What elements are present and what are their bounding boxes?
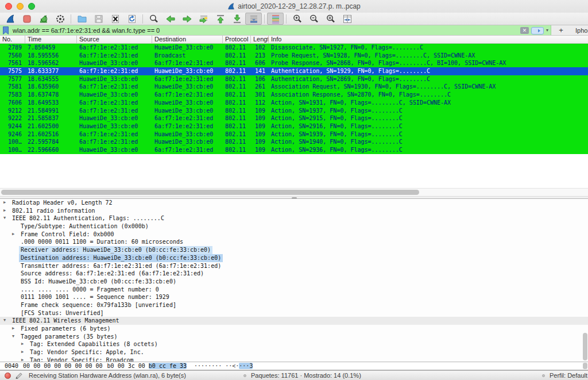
packet-cell-destination[interactable]: HuaweiDe_33:cb:e0 [152, 99, 223, 107]
bookmark-icon[interactable] [2, 26, 9, 34]
packet-cell-protocol[interactable]: 802.11 [223, 91, 251, 99]
packet-cell-length[interactable]: 261 [251, 83, 269, 91]
packet-cell-source[interactable]: HuaweiDe_33:cb:e0 [77, 146, 152, 154]
packet-cell-info[interactable]: Authentication, SN=1929, FN=0, Flags=...… [269, 67, 588, 75]
packet-row[interactable]: 756118.596562HuaweiDe_33:cb:e06a:f7:1e:e… [0, 59, 588, 67]
packet-cell-info[interactable]: Action, SN=1939, FN=0, Flags=........C [269, 130, 588, 139]
close-file-icon[interactable] [107, 13, 123, 25]
packet-cell-source[interactable]: HuaweiDe_33:cb:e0 [77, 59, 152, 67]
resize-columns-icon[interactable] [339, 13, 355, 25]
column-header-no[interactable]: No. [0, 36, 25, 43]
save-file-icon[interactable] [90, 13, 107, 25]
packet-cell-source[interactable]: HuaweiDe_33:cb:e0 [77, 122, 152, 130]
packet-cell-time[interactable]: 18.649533 [25, 99, 77, 107]
packet-cell-source[interactable]: 6a:f7:1e:e2:31:ed [77, 99, 152, 107]
profile-status[interactable]: Perfil: Default [550, 372, 587, 379]
open-file-icon[interactable] [74, 13, 90, 25]
packet-cell-source[interactable]: 6a:f7:1e:e2:31:ed [77, 52, 152, 60]
packet-row[interactable]: 760618.6495336a:f7:1e:e2:31:edHuaweiDe_3… [0, 99, 588, 107]
packet-row[interactable]: 100…22.596660HuaweiDe_33:cb:e06a:f7:1e:e… [0, 146, 588, 154]
twisty-collapsed-icon[interactable]: ▶ [21, 356, 28, 362]
twisty-collapsed-icon[interactable]: ▶ [12, 325, 19, 333]
filter-history-chevron-icon[interactable]: ▾ [546, 27, 548, 34]
zoom-in-icon[interactable] [289, 13, 305, 25]
add-filter-button[interactable]: + [551, 25, 571, 35]
packet-cell-info[interactable]: Association Response, SN=2870, FN=0, Fla… [269, 91, 588, 99]
zoom-normal-icon[interactable] [322, 13, 339, 25]
reload-file-icon[interactable] [123, 13, 140, 25]
packet-row[interactable]: 757518.6333776a:f7:1e:e2:31:edHuaweiDe_3… [0, 67, 588, 75]
packet-cell-length[interactable]: 109 [251, 107, 269, 115]
detail-line[interactable]: ▶Radiotap Header v0, Length 72 [0, 199, 588, 207]
packet-cell-info[interactable]: Disassociate, SN=1927, FN=0, Flags=.....… [269, 44, 588, 52]
twisty-collapsed-icon[interactable]: ▶ [3, 199, 10, 207]
column-header-time[interactable]: Time [25, 36, 77, 43]
next-packet-icon[interactable] [179, 13, 195, 25]
clear-filter-icon[interactable]: ✕ [520, 27, 529, 34]
packet-cell-source[interactable]: HuaweiDe_33:cb:e0 [77, 114, 152, 122]
packet-cell-destination[interactable]: HuaweiDe_33:cb:e0 [152, 67, 223, 75]
packet-row[interactable]: 922221.585837HuaweiDe_33:cb:e06a:f7:1e:e… [0, 114, 588, 122]
packet-row[interactable]: 921221.5849916a:f7:1e:e2:31:edHuaweiDe_3… [0, 107, 588, 115]
zoom-window-button[interactable] [28, 3, 35, 10]
packet-cell-protocol[interactable]: 802.11 [223, 52, 251, 60]
packet-cell-info[interactable]: Association Request, SN=1930, FN=0, Flag… [269, 83, 588, 91]
packet-cell-time[interactable]: 18.637478 [25, 91, 77, 99]
detail-line[interactable]: ▼Tagged parameters (35 bytes) [0, 333, 588, 341]
hex-bytes[interactable]: 00 00 00 00 00 00 00 00 [23, 363, 102, 369]
column-header-protocol[interactable]: Protocol [223, 36, 251, 43]
packet-cell-protocol[interactable]: 802.11 [223, 59, 251, 67]
restart-capture-icon[interactable] [35, 13, 52, 25]
detail-line[interactable]: Source address: 6a:f7:1e:e2:31:ed (6a:f7… [0, 270, 588, 278]
packet-cell-protocol[interactable]: 802.11 [223, 44, 251, 52]
twisty-collapsed-icon[interactable]: ▶ [21, 340, 28, 348]
zoom-out-icon[interactable] [305, 13, 322, 25]
packet-cell-time[interactable]: 21.584991 [25, 107, 77, 115]
horizontal-scrollbar[interactable] [0, 188, 588, 196]
packet-cell-protocol[interactable]: 802.11 [223, 99, 251, 107]
find-packet-icon[interactable] [145, 13, 162, 25]
hex-ascii-highlight[interactable]: ···3 [239, 363, 253, 369]
bytes-scrollbar-thumb[interactable] [583, 363, 587, 369]
packet-cell-length[interactable]: 213 [251, 52, 269, 60]
packet-cell-length[interactable]: 606 [251, 59, 269, 67]
packet-cell-info[interactable]: Action, SN=1937, FN=0, Flags=........C [269, 107, 588, 115]
packet-cell-destination[interactable]: HuaweiDe_33:cb:e0 [152, 138, 223, 146]
colorize-icon[interactable] [267, 13, 284, 25]
packet-cell-info[interactable]: Action, SN=2916, FN=0, Flags=........C [269, 122, 588, 130]
packet-cell-length[interactable]: 112 [251, 99, 269, 107]
packet-cell-no[interactable]: 2789 [0, 44, 25, 52]
hex-bytes[interactable]: b0 00 3c 00 b0 cc fe 33 [107, 363, 187, 369]
packet-cell-protocol[interactable]: 802.11 [223, 114, 251, 122]
packet-cell-protocol[interactable]: 802.11 [223, 122, 251, 130]
first-packet-icon[interactable] [212, 13, 229, 25]
packet-row[interactable]: 757718.634555HuaweiDe_33:cb:e06a:f7:1e:e… [0, 75, 588, 83]
packet-row[interactable]: 924421.602500HuaweiDe_33:cb:e06a:f7:1e:e… [0, 122, 588, 130]
twisty-expanded-icon[interactable]: ▼ [3, 214, 10, 222]
goto-packet-icon[interactable] [195, 13, 212, 25]
packet-cell-length[interactable]: 301 [251, 91, 269, 99]
detail-line[interactable]: Frame check sequence: 0x79fa133b [unveri… [0, 301, 588, 309]
packet-cell-length[interactable]: 109 [251, 122, 269, 130]
packet-cell-destination[interactable]: 6a:f7:1e:e2:31:ed [152, 122, 223, 130]
packet-cell-length[interactable]: 106 [251, 75, 269, 83]
packet-cell-info[interactable]: Action, SN=1940, FN=0, Flags=........C [269, 138, 588, 146]
last-packet-icon[interactable] [229, 13, 245, 25]
detail-line[interactable]: 0111 1000 1001 .... = Sequence number: 1… [0, 293, 588, 301]
packet-cell-time[interactable]: 22.595784 [25, 138, 77, 146]
packet-cell-no[interactable]: 100… [0, 138, 25, 146]
detail-line[interactable]: ▼IEEE 802.11 Authentication, Flags: ....… [0, 214, 588, 222]
column-header-info[interactable]: Info [269, 36, 588, 43]
packet-row[interactable]: 27897.8504596a:f7:1e:e2:31:edHuaweiDe_33… [0, 44, 588, 52]
detail-line[interactable]: ▶802.11 radio information [0, 207, 588, 215]
packet-cell-info[interactable]: Authentication, SN=2869, FN=0, Flags=...… [269, 75, 588, 83]
packet-row[interactable]: 758118.6359606a:f7:1e:e2:31:edHuaweiDe_3… [0, 83, 588, 91]
packet-cell-length[interactable]: 102 [251, 44, 269, 52]
twisty-expanded-icon[interactable]: ▼ [12, 333, 19, 341]
detail-line[interactable]: ▶Tag: Extended Capabilities (8 octets) [0, 340, 588, 348]
packet-cell-destination[interactable]: HuaweiDe_33:cb:e0 [152, 44, 223, 52]
start-capture-icon[interactable] [2, 13, 18, 25]
previous-packet-icon[interactable] [162, 13, 179, 25]
detail-line[interactable]: Destination address: HuaweiDe_33:cb:e0 (… [0, 254, 588, 262]
detail-line[interactable]: ▶Tag: Vendor Specific: Apple, Inc. [0, 348, 588, 356]
